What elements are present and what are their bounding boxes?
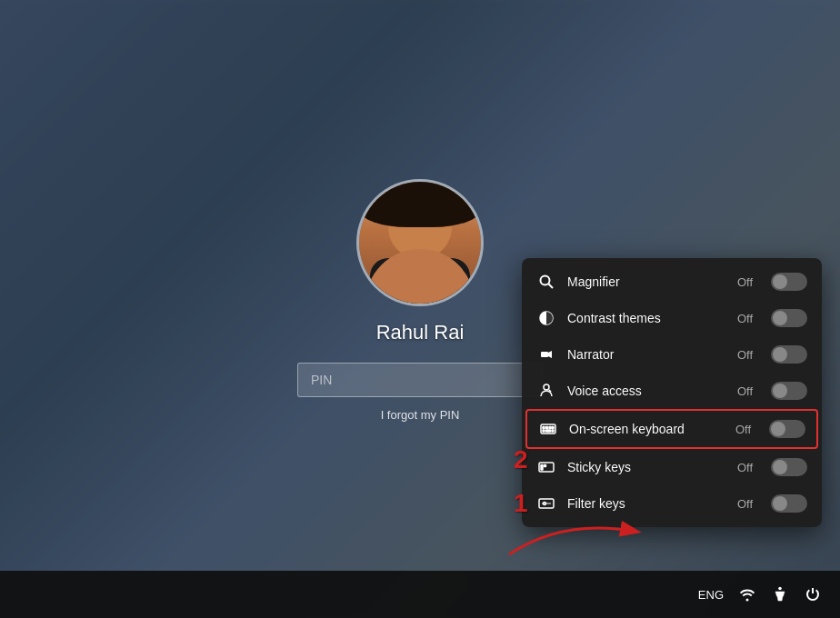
contrast-themes-toggle[interactable] bbox=[771, 309, 807, 327]
narrator-label: Narrator bbox=[567, 347, 726, 362]
accessibility-item-magnifier[interactable]: MagnifierOff bbox=[522, 264, 822, 300]
voice-access-icon bbox=[536, 381, 556, 401]
avatar-hair bbox=[359, 182, 481, 227]
taskbar: ENG bbox=[0, 571, 840, 618]
svg-rect-11 bbox=[546, 430, 551, 432]
sticky-keys-icon bbox=[536, 457, 556, 477]
contrast-themes-icon bbox=[536, 308, 556, 328]
magnifier-toggle[interactable] bbox=[771, 273, 807, 291]
on-screen-keyboard-label: On-screen keyboard bbox=[569, 422, 725, 436]
magnifier-label: Magnifier bbox=[567, 274, 726, 289]
on-screen-keyboard-icon bbox=[538, 419, 558, 439]
filter-keys-toggle[interactable] bbox=[771, 494, 807, 513]
accessibility-icon[interactable] bbox=[771, 585, 789, 603]
annotation-2: 2 bbox=[514, 445, 528, 474]
on-screen-keyboard-status: Off bbox=[735, 423, 751, 436]
username: Rahul Rai bbox=[376, 321, 465, 344]
accessibility-item-sticky-keys[interactable]: Sticky keysOff bbox=[522, 449, 822, 485]
filter-keys-status: Off bbox=[737, 497, 753, 511]
voice-access-status: Off bbox=[737, 384, 753, 398]
narrator-status: Off bbox=[737, 348, 753, 362]
avatar-body bbox=[370, 258, 470, 304]
svg-marker-3 bbox=[548, 351, 552, 358]
narrator-icon bbox=[536, 344, 556, 364]
avatar bbox=[356, 179, 484, 306]
magnifier-icon bbox=[536, 272, 556, 292]
svg-rect-9 bbox=[552, 427, 554, 429]
accessibility-item-contrast-themes[interactable]: Contrast themesOff bbox=[522, 300, 822, 336]
avatar-face bbox=[359, 182, 481, 304]
voice-access-label: Voice access bbox=[567, 384, 726, 398]
svg-point-4 bbox=[544, 384, 549, 390]
svg-rect-14 bbox=[541, 465, 543, 471]
contrast-themes-label: Contrast themes bbox=[567, 311, 726, 325]
accessibility-item-on-screen-keyboard[interactable]: On-screen keyboardOff bbox=[525, 409, 818, 449]
arrow-1 bbox=[491, 500, 673, 573]
voice-access-toggle[interactable] bbox=[771, 382, 807, 400]
svg-rect-2 bbox=[541, 352, 548, 357]
svg-point-18 bbox=[778, 587, 782, 591]
svg-rect-6 bbox=[543, 427, 545, 429]
accessibility-item-voice-access[interactable]: Voice accessOff bbox=[522, 373, 822, 409]
narrator-toggle[interactable] bbox=[771, 345, 807, 364]
profile-section: Rahul Rai I forgot my PIN bbox=[297, 179, 543, 422]
svg-rect-12 bbox=[552, 430, 554, 432]
accessibility-panel: MagnifierOffContrast themesOffNarratorOf… bbox=[522, 258, 822, 527]
svg-point-0 bbox=[541, 276, 550, 285]
svg-rect-7 bbox=[546, 427, 548, 429]
pin-input[interactable] bbox=[297, 363, 543, 397]
sticky-keys-label: Sticky keys bbox=[567, 460, 726, 474]
accessibility-item-narrator[interactable]: NarratorOff bbox=[522, 336, 822, 373]
svg-rect-8 bbox=[549, 427, 551, 429]
svg-rect-10 bbox=[543, 430, 545, 432]
on-screen-keyboard-toggle[interactable] bbox=[769, 420, 805, 438]
pin-input-wrapper bbox=[297, 363, 543, 397]
sticky-keys-toggle[interactable] bbox=[771, 458, 807, 476]
magnifier-status: Off bbox=[737, 275, 753, 289]
forgot-pin-link[interactable]: I forgot my PIN bbox=[381, 408, 460, 422]
wifi-icon[interactable] bbox=[738, 585, 756, 603]
language-indicator[interactable]: ENG bbox=[698, 588, 724, 602]
power-icon[interactable] bbox=[804, 585, 822, 603]
sticky-keys-status: Off bbox=[737, 461, 753, 474]
contrast-themes-status: Off bbox=[737, 312, 753, 325]
svg-rect-15 bbox=[545, 465, 546, 467]
